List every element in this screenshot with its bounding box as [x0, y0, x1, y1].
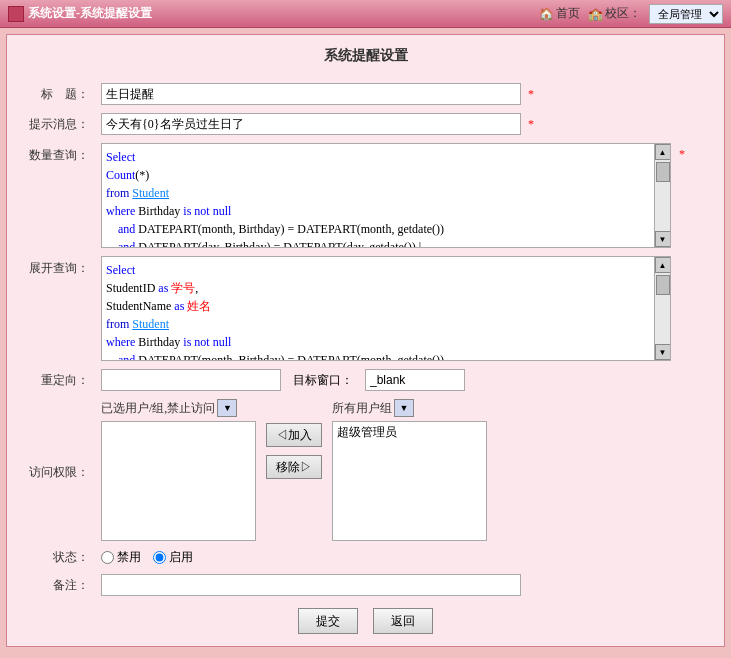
title-right: 🏠 首页 🏫 校区： 全局管理 分校区1: [539, 4, 723, 24]
home-button[interactable]: 🏠 首页: [539, 5, 580, 22]
expand-query-wrapper: Select StudentID as 学号, StudentName as 姓…: [101, 256, 671, 361]
submit-button[interactable]: 提交: [298, 608, 358, 634]
status-label: 状态：: [15, 545, 95, 570]
expand-query-scrollbar[interactable]: ▲ ▼: [654, 257, 670, 360]
expand-scroll-down-btn[interactable]: ▼: [655, 344, 671, 360]
message-row: 提示消息： *: [15, 109, 716, 139]
redirect-input[interactable]: [101, 369, 281, 391]
message-label: 提示消息：: [15, 109, 95, 139]
left-panel-header: 已选用户/组,禁止访问 ▼: [101, 399, 256, 417]
school-icon: 🏫: [588, 7, 603, 21]
redirect-group: 目标窗口：: [101, 369, 710, 391]
home-icon: 🏠: [539, 7, 554, 21]
settings-icon: [8, 6, 24, 22]
expand-scroll-thumb: [656, 275, 670, 295]
expand-scroll-track: [655, 273, 670, 344]
radio-group: 禁用 启用: [101, 549, 710, 566]
school-button[interactable]: 🏫 校区：: [588, 5, 641, 22]
title-required: *: [528, 87, 534, 101]
title-left: 系统设置-系统提醒设置: [8, 5, 152, 22]
scroll-down-btn[interactable]: ▼: [655, 231, 671, 247]
scroll-thumb: [656, 162, 670, 182]
right-panel-dropdown[interactable]: ▼: [394, 399, 414, 417]
right-panel-header: 所有用户组 ▼: [332, 399, 487, 417]
count-query-wrapper: Select Count(*) from Student where Birth…: [101, 143, 671, 248]
message-input[interactable]: [101, 113, 521, 135]
expand-scroll-up-btn[interactable]: ▲: [655, 257, 671, 273]
expand-query-label: 展开查询：: [15, 252, 95, 365]
access-label: 访问权限：: [15, 395, 95, 545]
listbox-item[interactable]: 超级管理员: [333, 422, 486, 443]
expand-query-row: 展开查询： Select StudentID as 学号, StudentNam…: [15, 252, 716, 365]
status-enabled-text: 启用: [169, 549, 193, 566]
count-query-scrollbar[interactable]: ▲ ▼: [654, 144, 670, 247]
count-query-cell: Select Count(*) from Student where Birth…: [95, 139, 716, 252]
count-query-row: 数量查询： Select Count(*) from Student where…: [15, 139, 716, 252]
page-title-bar: 系统设置-系统提醒设置: [28, 5, 152, 22]
left-panel: 已选用户/组,禁止访问 ▼: [101, 399, 256, 541]
access-input-cell: 已选用户/组,禁止访问 ▼ ◁加入 移除▷ 所有用户组: [95, 395, 716, 545]
target-label: 目标窗口：: [293, 372, 353, 389]
remark-row: 备注：: [15, 570, 716, 600]
status-input-cell: 禁用 启用: [95, 545, 716, 570]
add-button[interactable]: ◁加入: [266, 423, 322, 447]
left-listbox[interactable]: [101, 421, 256, 541]
form-table: 标 题： * 提示消息： * 数量查询： Select Count(*) fro: [15, 79, 716, 600]
right-panel-label: 所有用户组: [332, 400, 392, 417]
count-query-textarea[interactable]: Select Count(*) from Student where Birth…: [102, 144, 652, 247]
redirect-row: 重定向： 目标窗口：: [15, 365, 716, 395]
status-disabled-radio[interactable]: [101, 551, 114, 564]
count-query-required: *: [679, 143, 685, 162]
main-container: 系统提醒设置 标 题： * 提示消息： * 数量查询：: [6, 34, 725, 647]
status-enabled-radio[interactable]: [153, 551, 166, 564]
right-listbox[interactable]: 超级管理员: [332, 421, 487, 541]
status-disabled-text: 禁用: [117, 549, 141, 566]
remove-button[interactable]: 移除▷: [266, 455, 322, 479]
redirect-input-cell: 目标窗口：: [95, 365, 716, 395]
title-label: 标 题：: [15, 79, 95, 109]
left-panel-dropdown[interactable]: ▼: [217, 399, 237, 417]
title-bar: 系统设置-系统提醒设置 🏠 首页 🏫 校区： 全局管理 分校区1: [0, 0, 731, 28]
btn-row: 提交 返回: [15, 600, 716, 638]
message-required: *: [528, 117, 534, 131]
remark-input[interactable]: [101, 574, 521, 596]
message-input-cell: *: [95, 109, 716, 139]
access-row: 访问权限： 已选用户/组,禁止访问 ▼ ◁加入: [15, 395, 716, 545]
count-query-label: 数量查询：: [15, 139, 95, 252]
title-input-cell: *: [95, 79, 716, 109]
expand-query-textarea[interactable]: Select StudentID as 学号, StudentName as 姓…: [102, 257, 652, 360]
remark-input-cell: [95, 570, 716, 600]
left-panel-label: 已选用户/组,禁止访问: [101, 400, 215, 417]
remark-label: 备注：: [15, 570, 95, 600]
back-button[interactable]: 返回: [373, 608, 433, 634]
expand-query-cell: Select StudentID as 学号, StudentName as 姓…: [95, 252, 716, 365]
right-panel: 所有用户组 ▼ 超级管理员: [332, 399, 487, 541]
scroll-up-btn[interactable]: ▲: [655, 144, 671, 160]
region-select[interactable]: 全局管理 分校区1: [649, 4, 723, 24]
scroll-track: [655, 160, 670, 231]
target-input[interactable]: [365, 369, 465, 391]
page-heading: 系统提醒设置: [15, 43, 716, 69]
redirect-label: 重定向：: [15, 365, 95, 395]
status-row: 状态： 禁用 启用: [15, 545, 716, 570]
access-container: 已选用户/组,禁止访问 ▼ ◁加入 移除▷ 所有用户组: [101, 399, 710, 541]
status-enabled-label[interactable]: 启用: [153, 549, 193, 566]
title-row: 标 题： *: [15, 79, 716, 109]
status-disabled-label[interactable]: 禁用: [101, 549, 141, 566]
region-selector: 全局管理 分校区1: [649, 4, 723, 24]
title-input[interactable]: [101, 83, 521, 105]
access-buttons: ◁加入 移除▷: [266, 399, 322, 479]
